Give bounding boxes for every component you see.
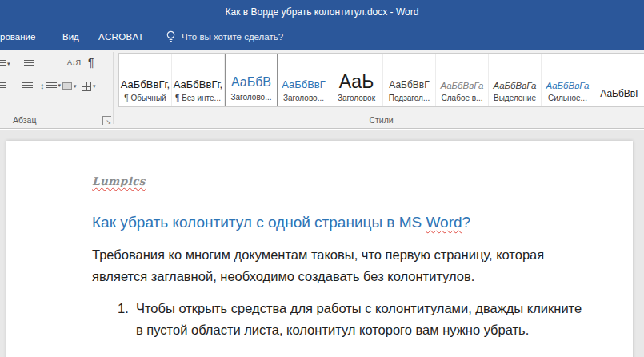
document-page[interactable]: Lumpics Как убрать колонтитул с одной ст…	[6, 141, 633, 357]
style-preview: АаБбВвГа	[441, 81, 484, 90]
style-label: Выделение	[494, 94, 536, 102]
paragraph-line: является заглавной, необходимо создавать…	[92, 266, 544, 287]
list-line: Чтобы открыть средства для работы с коло…	[136, 298, 582, 319]
list-glyph	[24, 60, 34, 67]
style-label: ¶ Обычный	[124, 94, 166, 102]
document-logo-text: Lumpics	[92, 174, 146, 187]
align-glyph	[22, 82, 33, 90]
document-area: Lumpics Как убрать колонтитул с одной ст…	[0, 130, 644, 357]
styles-gallery: АаБбВвГг, ¶ Обычный АаБбВвГг, ¶ Без инте…	[118, 53, 644, 107]
tab-view[interactable]: Вид	[62, 24, 79, 50]
style-preview: АаБбВвГа	[494, 81, 537, 90]
style-label: ¶ Без инте...	[175, 94, 221, 102]
tell-me-label: Что вы хотите сделать?	[182, 32, 283, 42]
bullet-list-icon[interactable]: ▾	[0, 60, 10, 67]
align-justify-icon[interactable]	[22, 82, 33, 90]
pilcrow-icon[interactable]: ¶	[88, 56, 94, 69]
style-preview: АаБбВвГ	[282, 78, 326, 90]
multilevel-list-icon[interactable]	[24, 60, 34, 67]
style-label: Сильное...	[548, 94, 587, 102]
list-glyph	[0, 60, 6, 67]
lightbulb-icon	[166, 30, 176, 43]
align-left-icon[interactable]	[0, 82, 6, 90]
shading-icon[interactable]: ▾	[62, 82, 77, 90]
window-title: Как в Ворде убрать колонтитул.docx - Wor…	[226, 6, 419, 18]
heading-misspelled-word: Word	[426, 214, 462, 231]
style-partial[interactable]: АаБбВвГ	[594, 54, 644, 106]
style-intense-emphasis[interactable]: АаБбВвГа Сильное...	[542, 54, 594, 106]
style-preview: АаБбВвГ	[389, 79, 429, 90]
line-glyph	[46, 82, 57, 90]
style-heading2[interactable]: АаБбВвГ Заголово...	[278, 54, 330, 106]
style-emphasis[interactable]: АаБбВвГа Выделение	[489, 54, 542, 106]
chevron-down-icon: ▾	[58, 82, 62, 89]
sort-icon[interactable]: А↓Я	[67, 58, 81, 66]
launcher-arrow-glyph: ↘	[106, 119, 111, 126]
list-text: Чтобы открыть средства для работы с коло…	[136, 298, 582, 341]
style-preview: АаБбВвГа	[546, 81, 590, 90]
title-bar: Как в Ворде убрать колонтитул.docx - Wor…	[0, 0, 644, 24]
style-preview: АаЬ	[339, 71, 374, 93]
paragraph-dialog-launcher[interactable]: ↘	[102, 116, 111, 125]
line-spacing-icon[interactable]: ↕ ▾	[40, 81, 61, 90]
style-heading1[interactable]: АаБбВ Заголово...	[225, 54, 278, 106]
style-preview: АаБбВвГг,	[174, 78, 222, 90]
group-separator	[113, 52, 114, 124]
list-number: 1.	[118, 298, 136, 341]
chevron-down-icon: ▾	[74, 83, 77, 90]
style-label: Заголово...	[283, 94, 324, 102]
tell-me-box[interactable]: Что вы хотите сделать?	[166, 24, 283, 50]
style-title[interactable]: АаЬ Заголовок	[330, 54, 383, 106]
style-no-spacing[interactable]: АаБбВвГг, ¶ Без инте...	[172, 54, 225, 106]
updown-glyph: ↕	[40, 81, 45, 90]
style-preview: АаБбВ	[231, 75, 271, 90]
sort-glyph: А↓Я	[67, 58, 81, 66]
borders-icon[interactable]: ▾	[82, 82, 96, 91]
word-window: Как в Ворде убрать колонтитул.docx - Wor…	[0, 0, 644, 357]
tab-review-partial[interactable]: рование	[0, 24, 35, 50]
chevron-down-icon: ▾	[93, 83, 96, 90]
heading-punctuation: ?	[462, 214, 471, 231]
document-heading: Как убрать колонтитул с одной страницы в…	[92, 214, 470, 231]
grid-glyph	[82, 82, 91, 91]
style-label: Подзагол...	[389, 94, 430, 102]
shade-glyph	[62, 82, 72, 90]
paragraph-group-label: Абзац	[13, 115, 36, 125]
pilcrow-glyph: ¶	[88, 56, 94, 69]
paragraph-line: Требования ко многим документам таковы, …	[92, 244, 544, 266]
ribbon: ▾ А↓Я ¶ ↕ ▾ ▾ ▾	[0, 50, 644, 129]
numbered-list-item: 1. Чтобы открыть средства для работы с к…	[118, 298, 582, 341]
align-glyph	[0, 82, 6, 90]
style-normal[interactable]: АаБбВвГг, ¶ Обычный	[119, 54, 172, 106]
style-subtle-emphasis[interactable]: АаБбВвГа Слабое в...	[436, 54, 489, 106]
chevron-down-icon: ▾	[7, 61, 10, 67]
styles-group-label: Стили	[118, 115, 644, 125]
style-preview: АаБбВвГг,	[121, 78, 170, 90]
style-label: Заголовок	[338, 94, 375, 102]
list-line: в пустой области листа, колонтитул котор…	[136, 319, 582, 341]
style-label: Слабое в...	[442, 94, 483, 102]
heading-text: Как убрать колонтитул с одной страницы в…	[92, 214, 426, 231]
document-paragraph: Требования ко многим документам таковы, …	[92, 244, 544, 287]
style-subtitle[interactable]: АаБбВвГ Подзагол...	[383, 54, 436, 106]
tab-acrobat[interactable]: ACROBAT	[98, 24, 144, 50]
style-preview: АаБбВвГ	[600, 88, 640, 99]
style-label: Заголово...	[231, 93, 272, 102]
ribbon-tab-bar: рование Вид ACROBAT Что вы хотите сделат…	[0, 24, 644, 50]
